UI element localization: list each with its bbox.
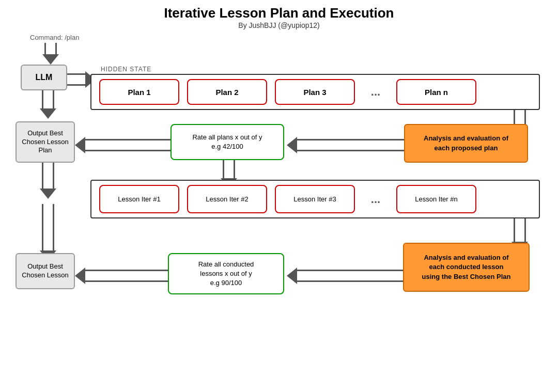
rate-to-output-arrow xyxy=(75,137,178,153)
command-label: Command: /plan xyxy=(30,34,79,41)
lesson-iter-3-box: Lesson Iter #3 xyxy=(275,185,355,213)
hidden-state-label: HIDDEN STATE xyxy=(101,66,151,73)
title-section: Iterative Lesson Plan and Execution By J… xyxy=(10,5,548,29)
output-plan-down-arrow xyxy=(40,163,56,199)
analysis-lesson-to-rate-arrow xyxy=(287,268,411,284)
output-best-plan-box: Output Best Chosen Lesson Plan xyxy=(16,121,75,163)
rate-plans-box: Rate all plans x out of y e.g 42/100 xyxy=(171,124,284,160)
plan-2-box: Plan 2 xyxy=(187,79,267,105)
analysis-lesson-box: Analysis and evaluation of each conducte… xyxy=(403,243,530,292)
plans-ellipsis: ... xyxy=(363,85,389,99)
plan-n-box: Plan n xyxy=(396,79,476,105)
lesson-iter-1-box: Lesson Iter #1 xyxy=(99,185,179,213)
analysis-plan-box: Analysis and evaluation of each proposed… xyxy=(404,124,528,163)
plan-3-box: Plan 3 xyxy=(275,79,355,105)
rate-lessons-box: Rate all conducted lessons x out of y e.… xyxy=(168,253,284,294)
lesson-iter-n-box: Lesson Iter #n xyxy=(396,185,476,213)
plan-1-box: Plan 1 xyxy=(99,79,179,105)
left-continue-down-arrow xyxy=(40,204,56,261)
main-title: Iterative Lesson Plan and Execution xyxy=(10,5,548,21)
subtitle: By JushBJJ (@yupiop12) xyxy=(10,21,548,29)
command-to-llm-arrow xyxy=(42,43,59,65)
rate-lessons-to-output-arrow xyxy=(75,268,176,284)
analysis-to-rate-arrow xyxy=(287,137,413,153)
llm-down-arrow xyxy=(40,90,56,119)
plans-container: Plan 1 Plan 2 Plan 3 ... Plan n xyxy=(90,74,540,110)
output-best-lesson-box: Output Best Chosen Lesson xyxy=(16,253,75,289)
iters-ellipsis: ... xyxy=(363,193,389,206)
diagram-container: Iterative Lesson Plan and Execution By J… xyxy=(0,0,558,392)
lesson-iter-2-box: Lesson Iter #2 xyxy=(187,185,267,213)
llm-box: LLM xyxy=(21,65,67,90)
lesson-iters-container: Lesson Iter #1 Lesson Iter #2 Lesson Ite… xyxy=(90,180,540,218)
